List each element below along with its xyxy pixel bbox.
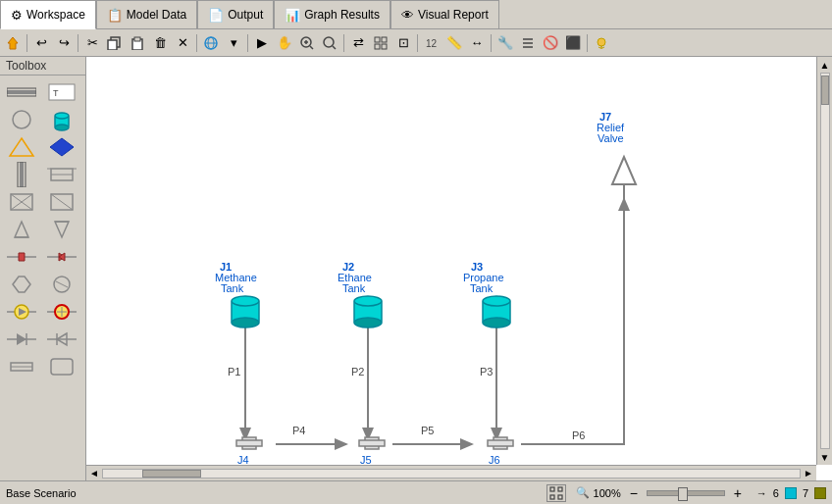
sep8 xyxy=(587,34,588,52)
node-j6[interactable] xyxy=(488,437,513,449)
tool-valve2[interactable] xyxy=(44,244,79,270)
node-j2[interactable] xyxy=(354,296,382,328)
scroll-down-btn[interactable]: ▼ xyxy=(817,449,833,465)
svg-rect-17 xyxy=(382,44,387,49)
tool-pump[interactable] xyxy=(44,299,79,325)
tool-misc3[interactable] xyxy=(4,272,39,297)
dropdown-arrow[interactable]: ▾ xyxy=(223,32,244,54)
tool-exchanger[interactable] xyxy=(44,162,79,187)
tool-misc2[interactable] xyxy=(44,189,79,215)
light-btn[interactable] xyxy=(591,32,612,54)
connect-btn[interactable]: ⇄ xyxy=(347,32,369,54)
scroll-thumb-x[interactable] xyxy=(142,470,201,478)
node-j7[interactable] xyxy=(612,157,636,199)
number-btn[interactable]: 12 xyxy=(421,32,442,54)
redo-btn[interactable]: ↪ xyxy=(53,32,75,54)
tool-tank[interactable] xyxy=(44,107,79,132)
tool-misc4[interactable] xyxy=(44,272,79,297)
align-btn[interactable] xyxy=(517,32,539,54)
zoom-level: 100% xyxy=(594,487,621,499)
node-j3[interactable] xyxy=(483,296,510,328)
node-j4[interactable] xyxy=(236,437,262,449)
canvas-area[interactable]: P1 P2 P3 P4 P5 P6 J1 Methane Tank J2 Eth… xyxy=(86,57,832,480)
zoom-slider[interactable] xyxy=(647,490,725,496)
zoom-area: 🔍 100% − + xyxy=(576,484,747,502)
copy-btn[interactable] xyxy=(104,32,126,54)
tool-compressor[interactable] xyxy=(4,299,39,325)
tool-misc6[interactable] xyxy=(44,354,79,379)
scroll-up-btn[interactable]: ▲ xyxy=(817,57,833,73)
tab-visual-report-label: Visual Report xyxy=(418,8,489,22)
find-btn[interactable] xyxy=(319,32,340,54)
tab-output-label: Output xyxy=(228,8,263,22)
arrange-btn[interactable]: ⊡ xyxy=(392,32,414,54)
undo-btn[interactable]: ↩ xyxy=(30,32,52,54)
diagram-svg[interactable]: P1 P2 P3 P4 P5 P6 J1 Methane Tank J2 Eth… xyxy=(86,57,816,465)
tool-pipe-v[interactable] xyxy=(4,162,39,187)
zoom-slider-thumb[interactable] xyxy=(678,487,688,501)
toolbox-label: Toolbox xyxy=(0,57,85,76)
tool-text[interactable]: T xyxy=(44,79,79,105)
toolbox-panel: Toolbox T xyxy=(0,57,86,480)
scroll-left-btn[interactable]: ◄ xyxy=(86,466,102,481)
node-type-olive xyxy=(814,487,826,499)
svg-rect-36 xyxy=(20,162,24,187)
tool-misc5[interactable] xyxy=(4,354,39,379)
delete-btn[interactable]: 🗑 xyxy=(149,32,171,54)
scroll-x[interactable]: ◄ ► xyxy=(86,465,816,480)
tool-circle[interactable] xyxy=(4,107,39,132)
resize-btn[interactable]: ↔ xyxy=(466,32,488,54)
ruler-btn[interactable]: 📏 xyxy=(443,32,465,54)
node-j5[interactable] xyxy=(359,437,385,449)
tab-workspace[interactable]: ⚙ Workspace xyxy=(0,0,96,29)
svg-text:P2: P2 xyxy=(351,366,364,378)
sep6 xyxy=(417,34,418,52)
no-btn[interactable]: 🚫 xyxy=(540,32,561,54)
visual-report-icon: 👁 xyxy=(401,8,414,23)
hand-btn[interactable]: ✋ xyxy=(274,32,295,54)
scroll-thumb-y[interactable] xyxy=(821,76,829,105)
paste-btn[interactable] xyxy=(127,32,148,54)
zoom-in-btn[interactable]: + xyxy=(729,484,747,502)
tool-pipe-h[interactable] xyxy=(4,79,39,105)
tool-valve1[interactable] xyxy=(4,244,39,270)
status-right: → 6 7 xyxy=(756,487,826,499)
tool-triangle[interactable] xyxy=(4,134,39,160)
tab-model-data[interactable]: 📋 Model Data xyxy=(96,0,197,28)
svg-line-24 xyxy=(598,47,600,48)
tool-diamond[interactable] xyxy=(44,134,79,160)
grid-btn[interactable] xyxy=(370,32,391,54)
close-btn[interactable]: ✕ xyxy=(172,32,193,54)
tab-graph-results[interactable]: 📊 Graph Results xyxy=(274,0,390,28)
new-btn[interactable] xyxy=(2,32,24,54)
scroll-y[interactable]: ▲ ▼ xyxy=(816,57,832,465)
tool-check1[interactable] xyxy=(4,327,39,352)
cut-btn[interactable]: ✂ xyxy=(81,32,103,54)
select-btn[interactable]: ▶ xyxy=(251,32,273,54)
zoom-icon: 🔍 xyxy=(576,486,590,499)
zoom-out-btn[interactable]: − xyxy=(625,484,643,502)
zoom-btn[interactable] xyxy=(296,32,318,54)
sep3 xyxy=(196,34,197,52)
globe-btn[interactable] xyxy=(200,32,222,54)
fit-btn[interactable] xyxy=(546,484,566,502)
scroll-track-y[interactable] xyxy=(820,73,830,449)
scroll-right-btn[interactable]: ► xyxy=(801,466,816,481)
tab-output[interactable]: 📄 Output xyxy=(197,0,274,28)
tool-fitting2[interactable] xyxy=(44,217,79,242)
tool-fitting1[interactable] xyxy=(4,217,39,242)
wrench-btn[interactable]: 🔧 xyxy=(494,32,516,54)
tool-check2[interactable] xyxy=(44,327,79,352)
sep7 xyxy=(491,34,492,52)
scroll-track-x[interactable] xyxy=(102,469,801,479)
tool-misc1[interactable] xyxy=(4,189,39,215)
workspace-icon: ⚙ xyxy=(11,8,23,23)
svg-text:J6: J6 xyxy=(489,454,500,465)
block-btn[interactable]: ⬛ xyxy=(562,32,584,54)
tab-visual-report[interactable]: 👁 Visual Report xyxy=(390,0,499,28)
output-icon: 📄 xyxy=(208,8,224,23)
svg-text:Valve: Valve xyxy=(598,132,624,144)
node-j1[interactable] xyxy=(232,296,259,328)
svg-marker-0 xyxy=(8,37,18,49)
svg-text:12: 12 xyxy=(426,38,438,49)
